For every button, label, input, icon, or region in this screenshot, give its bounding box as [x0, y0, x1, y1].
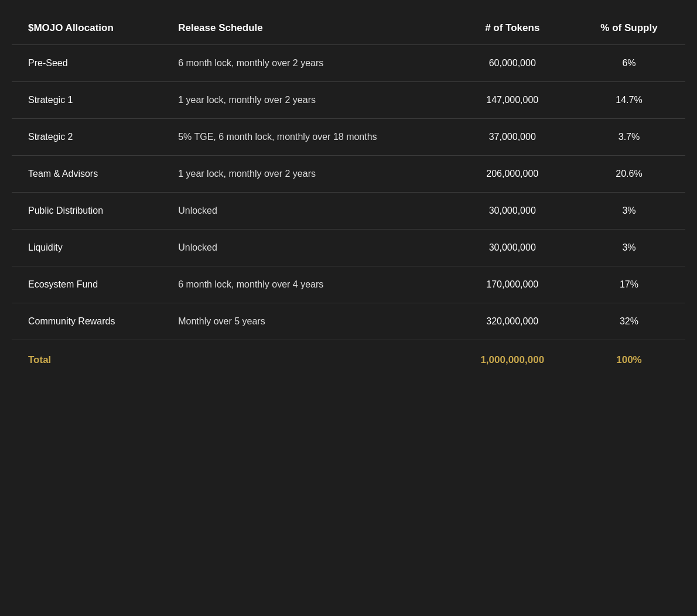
cell-tokens: 37,000,000	[452, 119, 573, 156]
table-row: Pre-Seed6 month lock, monthly over 2 yea…	[12, 45, 685, 82]
header-allocation: $MOJO Allocation	[12, 12, 162, 45]
total-supply: 100%	[573, 340, 685, 381]
header-tokens: # of Tokens	[452, 12, 573, 45]
table-row: Strategic 11 year lock, monthly over 2 y…	[12, 82, 685, 119]
cell-supply: 20.6%	[573, 156, 685, 193]
cell-supply: 6%	[573, 45, 685, 82]
header-supply: % of Supply	[573, 12, 685, 45]
cell-schedule: Unlocked	[162, 230, 452, 266]
header-schedule: Release Schedule	[162, 12, 452, 45]
cell-tokens: 147,000,000	[452, 82, 573, 119]
total-label: Total	[12, 340, 162, 381]
table-row: Ecosystem Fund6 month lock, monthly over…	[12, 266, 685, 303]
cell-tokens: 60,000,000	[452, 45, 573, 82]
total-schedule-empty	[162, 340, 452, 381]
cell-allocation: Team & Advisors	[12, 156, 162, 193]
cell-allocation: Strategic 2	[12, 119, 162, 156]
cell-tokens: 206,000,000	[452, 156, 573, 193]
cell-schedule: 5% TGE, 6 month lock, monthly over 18 mo…	[162, 119, 452, 156]
total-tokens: 1,000,000,000	[452, 340, 573, 381]
cell-schedule: 1 year lock, monthly over 2 years	[162, 82, 452, 119]
cell-allocation: Community Rewards	[12, 303, 162, 340]
table-row: LiquidityUnlocked30,000,0003%	[12, 230, 685, 266]
cell-supply: 14.7%	[573, 82, 685, 119]
cell-allocation: Pre-Seed	[12, 45, 162, 82]
cell-supply: 3%	[573, 230, 685, 266]
cell-allocation: Public Distribution	[12, 193, 162, 230]
cell-supply: 32%	[573, 303, 685, 340]
cell-tokens: 30,000,000	[452, 193, 573, 230]
cell-schedule: 6 month lock, monthly over 4 years	[162, 266, 452, 303]
table-row: Public DistributionUnlocked30,000,0003%	[12, 193, 685, 230]
cell-allocation: Ecosystem Fund	[12, 266, 162, 303]
table-row: Team & Advisors1 year lock, monthly over…	[12, 156, 685, 193]
table-row: Strategic 25% TGE, 6 month lock, monthly…	[12, 119, 685, 156]
allocation-table: $MOJO Allocation Release Schedule # of T…	[12, 12, 685, 380]
allocation-table-container: $MOJO Allocation Release Schedule # of T…	[12, 12, 685, 380]
table-row: Community RewardsMonthly over 5 years320…	[12, 303, 685, 340]
cell-tokens: 170,000,000	[452, 266, 573, 303]
table-header-row: $MOJO Allocation Release Schedule # of T…	[12, 12, 685, 45]
total-row: Total1,000,000,000100%	[12, 340, 685, 381]
cell-schedule: Unlocked	[162, 193, 452, 230]
cell-schedule: Monthly over 5 years	[162, 303, 452, 340]
cell-supply: 3%	[573, 193, 685, 230]
cell-tokens: 30,000,000	[452, 230, 573, 266]
cell-allocation: Strategic 1	[12, 82, 162, 119]
cell-tokens: 320,000,000	[452, 303, 573, 340]
cell-schedule: 6 month lock, monthly over 2 years	[162, 45, 452, 82]
cell-allocation: Liquidity	[12, 230, 162, 266]
cell-supply: 17%	[573, 266, 685, 303]
cell-schedule: 1 year lock, monthly over 2 years	[162, 156, 452, 193]
cell-supply: 3.7%	[573, 119, 685, 156]
